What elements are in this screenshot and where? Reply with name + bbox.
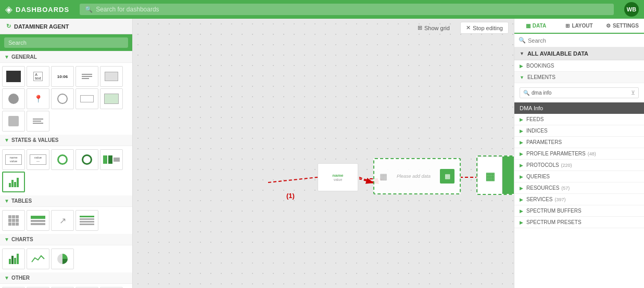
profile-parameters-item[interactable]: ▶ PROFILE PARAMETERS (48)	[514, 148, 644, 160]
parameters-item[interactable]: ▶ PARAMETERS	[514, 137, 644, 148]
widget-map[interactable]	[100, 88, 123, 109]
profile-params-arrow: ▶	[520, 151, 523, 156]
elements-item[interactable]: ▼ ELEMENTS	[514, 72, 644, 83]
stop-editing-button[interactable]: ✕ Stop editing	[460, 22, 509, 34]
right-search-input[interactable]	[528, 37, 640, 44]
section-tables[interactable]: ▼ TABLES	[0, 195, 132, 207]
dma-widget[interactable]: ▦ ▦ DMA Info	[476, 155, 514, 195]
tab-layout[interactable]: ⊞ LAYOUT	[558, 19, 601, 33]
widget-table3[interactable]: ↗	[51, 210, 74, 231]
layout-tab-icon: ⊞	[565, 23, 570, 29]
protocols-arrow: ▶	[520, 163, 523, 168]
edit-toolbar: ⊞ Show grid ✕ Stop editing	[413, 22, 509, 34]
right-panel: ▦ DATA ⊞ LAYOUT ⚙ SETTINGS 🔍 ▼ ALL AVAIL…	[514, 19, 644, 288]
widget-text[interactable]: Atext	[27, 66, 49, 87]
widget-table1[interactable]	[2, 210, 25, 231]
widget-image[interactable]	[100, 66, 123, 87]
widget-lines[interactable]	[75, 66, 98, 87]
right-tabs: ▦ DATA ⊞ LAYOUT ⚙ SETTINGS	[514, 19, 644, 34]
tab-settings[interactable]: ⚙ SETTINGS	[601, 19, 644, 33]
all-data-header[interactable]: ▼ ALL AVAILABLE DATA	[514, 47, 644, 60]
section-states[interactable]: ▼ STATES & VALUES	[0, 135, 132, 146]
sidebar-search-area[interactable]	[0, 34, 132, 51]
resources-count: (57)	[561, 186, 570, 191]
queries-label: QUERIES	[526, 174, 550, 179]
widget-nv[interactable]: namevalue	[2, 149, 25, 170]
widget-black[interactable]	[2, 66, 25, 87]
name-value-widget[interactable]: name value	[318, 163, 358, 191]
section-other[interactable]: ▼ OTHER	[0, 272, 132, 284]
widget-line-chart[interactable]	[27, 248, 49, 269]
filter-icon[interactable]: ⊻	[631, 89, 635, 96]
widget-shape[interactable]	[2, 111, 25, 132]
table-widget[interactable]: ▦ Please add data ▦	[373, 158, 461, 194]
bookings-item[interactable]: ▶ BOOKINGS	[514, 60, 644, 72]
widget-table2[interactable]	[27, 210, 49, 231]
app-title: DASHBOARDS	[16, 6, 69, 14]
sidebar-content: ▼ GENERAL Atext 10:06 📍 ▼ STATES &	[0, 51, 132, 288]
elements-filter[interactable]: 🔍 ⊻	[520, 87, 639, 98]
indices-item[interactable]: ▶ INDICES	[514, 125, 644, 137]
widget-gauge[interactable]	[75, 88, 98, 109]
indices-arrow: ▶	[520, 128, 523, 134]
other-arrow: ▼	[4, 275, 9, 281]
elements-filter-input[interactable]	[532, 90, 631, 96]
widget-bar[interactable]	[2, 172, 25, 192]
profile-params-label: PROFILE PARAMETERS	[526, 151, 586, 156]
section-general[interactable]: ▼ GENERAL	[0, 51, 132, 63]
dma-left-panel: ▦	[477, 156, 502, 195]
widget-pin[interactable]: 📍	[27, 88, 49, 109]
spectrum-buffers-item[interactable]: ▶ SPECTRUM BUFFERS	[514, 205, 644, 217]
general-arrow: ▼	[4, 54, 9, 60]
widget-multi[interactable]	[100, 149, 123, 170]
dma-table-icon: ▦	[485, 170, 495, 182]
feeds-arrow: ▶	[520, 117, 523, 122]
general-widgets: Atext 10:06 📍	[0, 63, 132, 135]
canvas[interactable]: ⊞ Show grid ✕ Stop editing	[133, 19, 514, 288]
topbar-search[interactable]: 🔍	[80, 4, 614, 15]
logo-icon: ◈	[5, 4, 12, 15]
elements-sub: 🔍 ⊻	[514, 83, 644, 102]
spectrum-presets-arrow: ▶	[520, 220, 523, 225]
queries-item[interactable]: ▶ QUERIES	[514, 171, 644, 182]
search-icon: 🔍	[85, 6, 93, 13]
protocols-item[interactable]: ▶ PROTOCOLS (220)	[514, 160, 644, 171]
widget-pie-chart[interactable]	[51, 248, 74, 269]
resources-item[interactable]: ▶ RESOURCES (57)	[514, 182, 644, 194]
widget-bar-chart[interactable]	[2, 248, 25, 269]
table-icon: ▦	[380, 172, 387, 181]
layout-tab-label: LAYOUT	[572, 23, 592, 29]
nv-content: name value	[333, 173, 344, 181]
services-count: (397)	[554, 197, 565, 202]
show-grid-button[interactable]: ⊞ Show grid	[413, 22, 454, 33]
user-avatar[interactable]: WB	[624, 2, 639, 17]
section-charts[interactable]: ▼ CHARTS	[0, 234, 132, 245]
right-search-area[interactable]: 🔍	[514, 34, 644, 47]
topbar: ◈ DASHBOARDS 🔍 WB	[0, 0, 644, 19]
topbar-search-input[interactable]	[96, 6, 609, 13]
widget-clock[interactable]: 10:06	[51, 66, 74, 87]
widget-lines2[interactable]	[27, 111, 49, 132]
services-arrow: ▶	[520, 197, 523, 202]
widget-circle-g2[interactable]	[75, 149, 98, 170]
spectrum-presets-item[interactable]: ▶ SPECTRUM PRESETS	[514, 217, 644, 228]
add-data-button[interactable]: ▦	[440, 169, 454, 184]
sidebar-search-input[interactable]	[4, 37, 128, 48]
data-tab-label: DATA	[533, 23, 546, 29]
dma-info-item[interactable]: DMA Info	[514, 102, 644, 114]
canvas-background	[133, 19, 514, 288]
protocols-count: (220)	[561, 163, 572, 168]
widget-circle[interactable]	[2, 88, 25, 109]
charts-arrow: ▼	[4, 237, 9, 242]
feeds-item[interactable]: ▶ FEEDS	[514, 114, 644, 125]
services-item[interactable]: ▶ SERVICES (397)	[514, 194, 644, 205]
tab-data[interactable]: ▦ DATA	[514, 19, 558, 34]
widget-table4[interactable]	[75, 210, 98, 231]
dma-info-label: DMA Info	[520, 105, 543, 111]
sidebar-title: DATAMINER AGENT	[14, 23, 69, 30]
widget-nv2[interactable]: value—	[27, 149, 49, 170]
bookings-arrow: ▶	[520, 63, 523, 69]
grid-icon: ⊞	[418, 24, 422, 31]
widget-clock2[interactable]	[51, 88, 74, 109]
widget-circle-g[interactable]	[51, 149, 74, 170]
